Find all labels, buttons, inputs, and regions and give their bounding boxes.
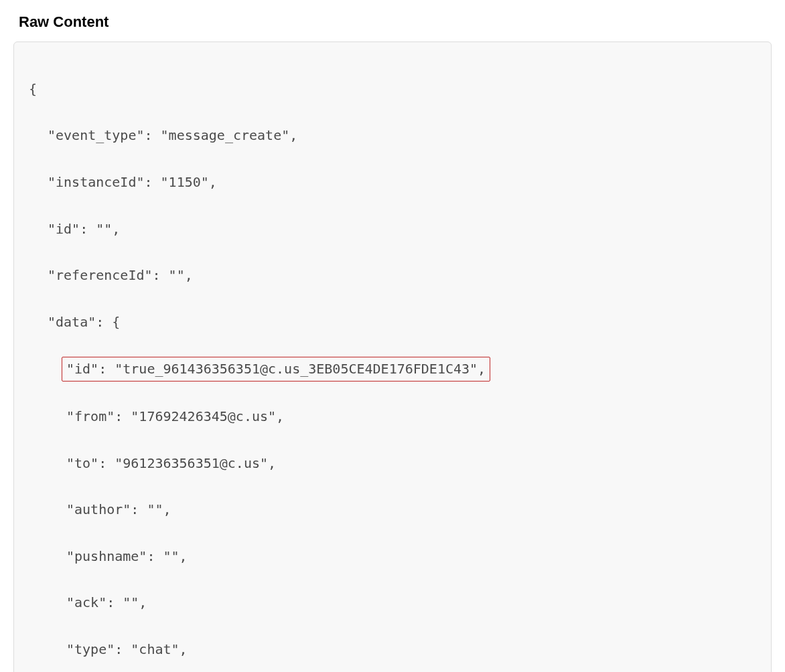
code-line: { (29, 78, 756, 101)
code-line: "to": "961236356351@c.us", (29, 452, 756, 475)
code-line: "from": "17692426345@c.us", (29, 405, 756, 428)
code-line: "data": { (29, 311, 756, 334)
code-line-highlighted: "id": "true_961436356351@c.us_3EB05CE4DE… (29, 357, 756, 382)
code-line: "referenceId": "", (29, 264, 756, 287)
code-line: "id": "", (29, 218, 756, 241)
code-line: "author": "", (29, 498, 756, 521)
code-line: "event_type": "message_create", (29, 124, 756, 147)
code-line: "ack": "", (29, 591, 756, 614)
raw-content-code-block: { "event_type": "message_create", "insta… (13, 41, 772, 672)
code-line: "type": "chat", (29, 638, 756, 661)
code-line: "pushname": "", (29, 545, 756, 568)
highlight-box: "id": "true_961436356351@c.us_3EB05CE4DE… (62, 357, 490, 382)
section-heading: Raw Content (13, 13, 772, 31)
code-line: "instanceId": "1150", (29, 171, 756, 194)
